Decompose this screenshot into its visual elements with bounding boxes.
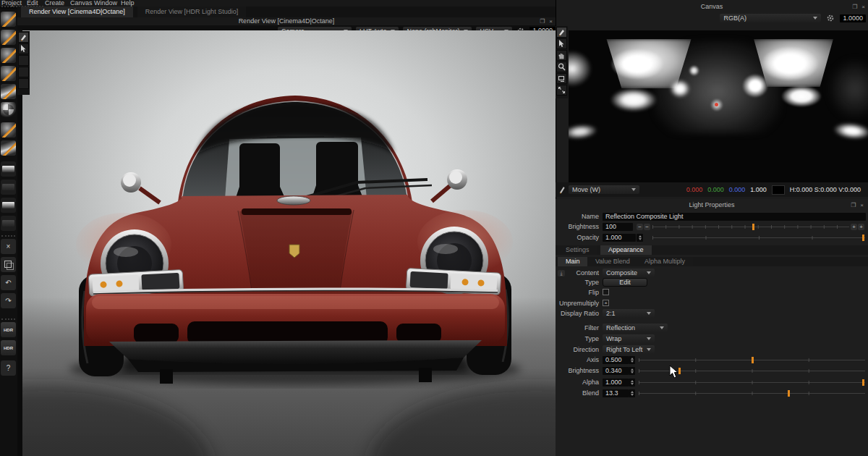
opacity-slider-marker[interactable] <box>862 235 864 241</box>
document-tabbar: Render View [Cinema4D|Octane] Render Vie… <box>17 7 556 17</box>
blend-stepper[interactable] <box>629 389 635 397</box>
render-viewport[interactable] <box>22 30 556 456</box>
type-dropdown[interactable]: Wrap <box>603 334 655 343</box>
canvas-select-tool[interactable] <box>556 38 567 49</box>
hdr-canvas-image[interactable] <box>569 30 868 182</box>
color-swatch <box>772 185 785 195</box>
axis-slider-marker[interactable] <box>752 357 754 363</box>
dropdown-arrow-icon <box>647 337 651 340</box>
canvas-title: Canvas <box>556 3 868 11</box>
gear-icon[interactable] <box>826 14 835 22</box>
pan-tool[interactable] <box>556 50 567 61</box>
close-icon[interactable]: × <box>860 200 864 210</box>
filter-brightness-stepper[interactable] <box>629 367 635 375</box>
alpha-stepper[interactable] <box>629 379 635 387</box>
menu-create[interactable]: Create <box>45 0 70 7</box>
gradient-light-icon[interactable] <box>1 161 16 177</box>
checker-sphere-icon[interactable] <box>1 102 16 117</box>
tab-value-blend[interactable]: Value Blend <box>587 257 638 266</box>
duplicate-light-icon[interactable] <box>1 257 16 272</box>
menu-help[interactable]: Help <box>121 0 135 7</box>
brightness-slider[interactable] <box>652 223 849 231</box>
float-window-icon[interactable]: ❐ <box>852 3 857 11</box>
light-name-field[interactable]: Reflection Composite Light <box>603 213 866 221</box>
filter-dropdown[interactable]: Reflection <box>603 324 668 332</box>
hdr-refresh-icon[interactable]: HDR <box>1 340 16 355</box>
light-properties-titlebar: Light Properties ❐ × <box>556 200 868 210</box>
undo-icon[interactable]: ↶ <box>1 275 16 290</box>
image-light-icon[interactable] <box>1 180 16 195</box>
tab-render-view-hls[interactable]: Render View [HDR Light Studio] <box>137 7 246 17</box>
alpha-slider[interactable] <box>639 379 865 387</box>
tab-appearance[interactable]: Appearance <box>600 245 652 255</box>
blend-slider-marker[interactable] <box>788 390 790 397</box>
opacity-slider[interactable] <box>652 234 865 242</box>
hdr-mid-small-light <box>689 65 699 76</box>
dome-light-icon[interactable] <box>1 122 16 138</box>
float-window-icon[interactable]: ❐ <box>851 200 856 210</box>
axis-stepper[interactable] <box>629 356 635 364</box>
hdr-export-icon[interactable]: HDR <box>1 322 16 337</box>
help-icon[interactable]: ? <box>1 360 16 376</box>
scatter-light-icon[interactable] <box>1 48 16 63</box>
marquee-tool[interactable] <box>556 73 567 84</box>
horizon-light-icon[interactable] <box>1 198 16 213</box>
brightness-field[interactable]: 100 <box>603 223 633 231</box>
tab-settings[interactable]: Settings <box>558 245 597 255</box>
menubar: Project Edit Create Canvas Window Help <box>0 0 556 7</box>
canvas-brush-tool[interactable] <box>556 27 567 38</box>
pixel-value-r: 0.000 <box>686 186 703 193</box>
opacity-label: Opacity <box>556 233 599 242</box>
plane-light-icon[interactable] <box>1 84 16 99</box>
axis-field[interactable]: 0.500 <box>603 356 629 364</box>
redo-icon[interactable]: ↷ <box>1 293 16 308</box>
backdrop-light-icon[interactable] <box>1 140 16 156</box>
alpha-field[interactable]: 1.000 <box>603 379 629 387</box>
brightness-decrease-button[interactable]: − <box>644 224 650 230</box>
dropdown-arrow-icon <box>813 17 817 20</box>
select-tool[interactable] <box>18 43 29 54</box>
edit-button[interactable]: Edit <box>603 278 647 287</box>
brightness-increase-button[interactable]: + <box>851 224 857 230</box>
spot-light-icon[interactable] <box>1 66 16 81</box>
flip-checkbox[interactable] <box>603 289 609 295</box>
alpha-slider-marker[interactable] <box>862 379 864 386</box>
brightness-label: Brightness <box>556 222 599 232</box>
dropdown-arrow-icon <box>647 312 651 315</box>
axis-slider[interactable] <box>639 356 865 364</box>
soft-light-icon[interactable] <box>1 30 16 45</box>
zoom-tool[interactable] <box>556 62 567 72</box>
tab-alpha-multiply[interactable]: Alpha Multiply <box>637 257 693 266</box>
brightness-slider-marker[interactable] <box>752 224 754 230</box>
menu-window[interactable]: Window <box>94 0 121 7</box>
menu-canvas[interactable]: Canvas <box>70 0 94 7</box>
canvas-tool-dropdown[interactable]: Move (W) <box>569 185 639 194</box>
delete-light-icon[interactable]: × <box>1 239 16 254</box>
opacity-stepper[interactable] <box>637 234 643 242</box>
display-ratio-dropdown[interactable]: 2:1 <box>603 309 655 318</box>
direction-dropdown[interactable]: Right To Left <box>603 345 655 354</box>
round-light-icon[interactable] <box>1 12 16 27</box>
brightness-increase-big-button[interactable]: + <box>858 224 864 230</box>
canvas-exposure-field[interactable]: 1.0000 <box>840 14 866 22</box>
content-type-dropdown[interactable]: Composite <box>603 269 655 277</box>
float-window-icon[interactable]: ❐ <box>540 17 545 25</box>
paint-brush-tool[interactable] <box>18 32 29 43</box>
tab-main[interactable]: Main <box>558 257 588 266</box>
unpremultiply-checkbox[interactable]: × <box>603 300 609 306</box>
channel-dropdown[interactable]: RGB(A) <box>720 14 821 22</box>
blend-slider[interactable] <box>639 389 865 397</box>
opacity-field[interactable]: 1.000 <box>603 234 636 242</box>
blend-label: Blend <box>556 389 599 398</box>
blend-field[interactable]: 13.3 <box>603 389 629 397</box>
canvas-tools-bar <box>556 26 568 98</box>
brightness-decrease-big-button[interactable]: − <box>637 224 643 230</box>
softbox-light-icon[interactable] <box>1 216 16 231</box>
close-icon[interactable]: × <box>549 17 553 25</box>
import-content-icon[interactable]: ⤓ <box>558 270 565 276</box>
tab-render-view-octane[interactable]: Render View [Cinema4D|Octane] <box>21 7 133 17</box>
filter-brightness-field[interactable]: 0.340 <box>603 367 629 375</box>
close-icon[interactable]: × <box>861 3 865 11</box>
dock-separator <box>1 318 15 321</box>
fit-view-tool[interactable] <box>556 85 567 96</box>
